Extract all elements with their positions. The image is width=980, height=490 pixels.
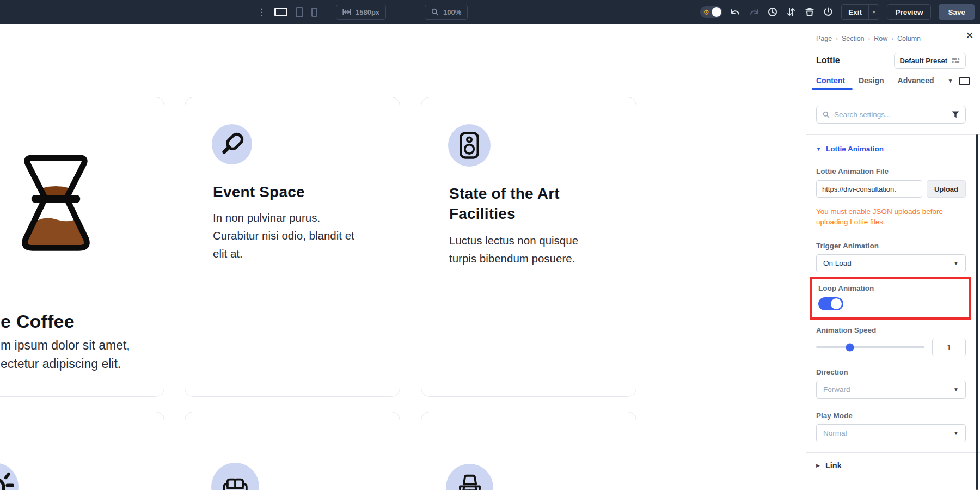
zoom-level-input[interactable]: 100%	[425, 5, 468, 20]
section-title: Link	[825, 461, 842, 470]
exit-label: Exit	[842, 8, 868, 16]
tablet-view-icon[interactable]	[296, 7, 303, 17]
card-body: In non pulvinar purus. Curabitur nisi od…	[213, 209, 365, 262]
hand-mirror-icon[interactable]	[212, 124, 252, 164]
card-title: State of the Art Facilities	[449, 183, 574, 224]
upload-button[interactable]: Upload	[927, 180, 966, 198]
search-input[interactable]	[834, 111, 947, 119]
trigger-label: Trigger Animation	[816, 242, 966, 250]
section-link[interactable]: ▶ Link	[816, 453, 966, 478]
breadcrumb-separator-icon: ›	[891, 35, 893, 42]
office-chair-icon[interactable]	[446, 464, 493, 490]
viewport-width-value: 1580px	[356, 8, 379, 16]
collapse-triangle-icon: ▼	[816, 146, 821, 152]
viewport-width-input[interactable]: 1580px	[336, 5, 386, 20]
panel-scrollbar[interactable]	[976, 134, 978, 490]
slider-knob[interactable]	[846, 343, 854, 351]
chevron-down-icon: ▼	[953, 260, 959, 266]
card-title: Event Space	[213, 183, 305, 201]
breadcrumb-row[interactable]: Row	[874, 35, 887, 42]
play-mode-select[interactable]: Normal ▼	[816, 424, 966, 442]
module-settings-panel: Page› Section› Row› Column × Lottie Defa…	[806, 24, 980, 490]
zoom-level-value: 100%	[443, 8, 461, 16]
direction-select[interactable]: Forward ▼	[816, 381, 966, 399]
exit-dropdown-icon[interactable]: ▾	[868, 5, 879, 19]
preview-button[interactable]: Preview	[887, 4, 931, 20]
chemex-coffee-maker-icon[interactable]	[13, 152, 99, 258]
builder-toolbar: ⋮ 1580px 100% ⚙	[0, 0, 980, 24]
breadcrumb-column[interactable]: Column	[897, 35, 921, 42]
divider	[806, 134, 980, 135]
json-upload-warning: You must enable JSON uploads before uplo…	[816, 207, 957, 228]
module-title: Lottie	[816, 56, 840, 65]
expand-triangle-icon: ▶	[816, 463, 820, 468]
card-bottom-left[interactable]	[0, 412, 164, 490]
lottie-file-input[interactable]	[816, 180, 922, 198]
tab-advanced[interactable]: Advanced	[898, 76, 934, 89]
redo-icon[interactable]	[749, 7, 759, 17]
section-title: Lottie Animation	[826, 145, 884, 153]
card-title: e Coffee	[1, 311, 75, 332]
close-icon[interactable]: ×	[966, 29, 973, 42]
sofa-icon[interactable]	[211, 463, 259, 490]
tab-content[interactable]: Content	[816, 76, 845, 89]
preset-label: Default Preset	[900, 57, 947, 65]
undo-icon[interactable]	[730, 7, 741, 17]
portability-icon[interactable]	[823, 7, 834, 17]
card-bottom-right[interactable]	[421, 412, 636, 490]
direction-label: Direction	[816, 368, 966, 376]
trigger-select[interactable]: On Load ▼	[816, 254, 966, 272]
trash-icon[interactable]	[804, 7, 815, 17]
desktop-view-icon[interactable]	[274, 8, 287, 16]
section-lottie-animation[interactable]: ▼ Lottie Animation	[816, 145, 966, 153]
loop-animation-highlight: Loop Animation	[810, 277, 971, 320]
settings-search[interactable]	[816, 106, 966, 124]
preview-label: Preview	[895, 8, 923, 16]
enable-json-uploads-link[interactable]: enable JSON uploads	[849, 207, 920, 216]
loop-label: Loop Animation	[818, 284, 969, 292]
card-bottom-middle[interactable]	[185, 412, 400, 490]
device-switcher: ⋮	[257, 0, 317, 24]
divider	[806, 91, 980, 91]
toggle-knob	[712, 7, 721, 17]
settings-tabs: Content Design Advanced ▼	[816, 74, 966, 91]
trigger-value: On Load	[823, 259, 852, 267]
speed-value-input[interactable]	[932, 339, 966, 356]
more-options-icon[interactable]: ⋮	[257, 8, 266, 17]
breadcrumb-section[interactable]: Section	[842, 35, 865, 42]
play-mode-value: Normal	[823, 429, 847, 437]
magnifier-icon	[431, 8, 439, 16]
phone-view-icon[interactable]	[311, 8, 317, 17]
speed-slider[interactable]	[816, 346, 924, 348]
save-label: Save	[948, 8, 965, 16]
save-button[interactable]: Save	[939, 4, 975, 20]
card-event-space[interactable]: Event Space In non pulvinar purus. Curab…	[185, 97, 400, 397]
chevron-down-icon: ▼	[953, 430, 959, 436]
exit-button[interactable]: Exit ▾	[841, 4, 879, 20]
search-icon	[823, 111, 830, 118]
width-arrows-icon	[342, 9, 351, 15]
file-label: Lottie Animation File	[816, 167, 966, 175]
breadcrumb-page[interactable]: Page	[816, 35, 832, 42]
builder-canvas: e Coffee m ipsum dolor sit amet, ectetur…	[0, 24, 806, 490]
filter-icon[interactable]	[952, 111, 959, 118]
builder-settings-toggle[interactable]: ⚙	[700, 6, 722, 18]
card-body: Luctus lectus non quisque turpis bibendu…	[449, 231, 585, 267]
card-facilities[interactable]: State of the Art Facilities Luctus lectu…	[421, 97, 636, 397]
history-icon[interactable]	[767, 7, 778, 17]
tabs-dropdown-icon[interactable]: ▼	[948, 78, 953, 84]
loop-animation-toggle[interactable]	[818, 297, 843, 310]
play-mode-label: Play Mode	[816, 412, 966, 420]
preset-sliders-icon	[952, 57, 960, 64]
breadcrumb-separator-icon: ›	[836, 35, 838, 42]
breadcrumb: Page› Section› Row› Column	[816, 35, 966, 42]
speaker-icon[interactable]	[448, 124, 491, 167]
sort-layers-icon[interactable]	[786, 7, 797, 17]
breadcrumb-separator-icon: ›	[868, 35, 871, 42]
expand-view-icon[interactable]	[959, 77, 970, 85]
card-coffee[interactable]: e Coffee m ipsum dolor sit amet, ectetur…	[0, 97, 164, 397]
lightbulb-icon[interactable]	[0, 463, 19, 490]
default-preset-button[interactable]: Default Preset	[894, 53, 966, 69]
speed-label: Animation Speed	[816, 326, 966, 334]
tab-design[interactable]: Design	[859, 76, 884, 89]
